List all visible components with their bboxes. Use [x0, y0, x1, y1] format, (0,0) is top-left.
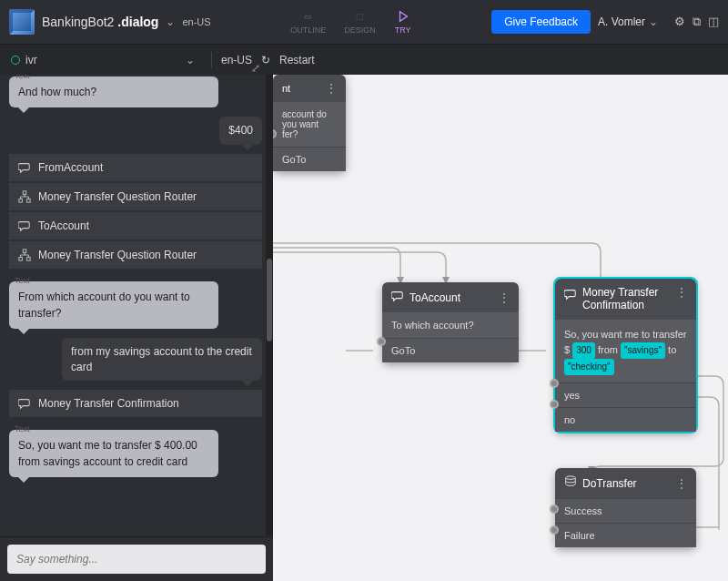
node-header[interactable]: DoTransfer ⋮ — [555, 468, 696, 498]
step-item[interactable]: Money Transfer Question Router — [9, 183, 262, 210]
node-body: account do you want fer? — [273, 102, 346, 147]
confirm-mid: from — [595, 344, 621, 355]
locale-label[interactable]: en-US — [182, 16, 210, 27]
top-bar: BankingBot2 .dialog ⌄ en-US ▭ OUTLINE ⬚ … — [0, 0, 728, 44]
node-row-success[interactable]: Success — [555, 498, 696, 523]
router-icon — [18, 249, 31, 261]
svg-rect-0 — [23, 191, 26, 195]
bot-message: Text So, you want me to transfer $ 400.0… — [9, 430, 218, 477]
project-ext: .dialog — [117, 15, 158, 29]
svg-rect-4 — [19, 257, 23, 260]
user-text: from my savings account to the credit ca… — [71, 345, 252, 373]
bot-message: Text And how much? — [9, 76, 218, 107]
bot-text: From which account do you want to transf… — [18, 290, 190, 320]
scrollbar[interactable] — [266, 75, 273, 535]
bot-message: Text From which account do you want to t… — [9, 281, 218, 329]
outline-icon: ▭ — [299, 9, 318, 24]
user-name: A. Vomler — [598, 15, 645, 28]
confirm-amount: 300 — [572, 342, 595, 359]
node-row-goto[interactable]: GoTo — [382, 338, 519, 362]
node-toaccount[interactable]: ToAccount ⋮ To which account? GoTo — [382, 282, 519, 362]
refresh-icon[interactable]: ↻ — [261, 54, 270, 66]
node-title: nt — [282, 83, 290, 94]
tab-design-label: DESIGN — [344, 25, 376, 35]
chat-scroll[interactable]: Text And how much? $400 FromAccount Mone… — [0, 75, 273, 536]
user-message: $400 — [219, 117, 262, 145]
app-title[interactable]: BankingBot2 .dialog — [42, 15, 158, 29]
step-label: ToAccount — [38, 219, 89, 232]
node-body: To which account? — [382, 312, 519, 338]
svg-point-10 — [566, 476, 576, 480]
node-title: ToAccount — [410, 291, 460, 304]
chevron-down-icon: ⌄ — [649, 15, 658, 28]
node-row-no[interactable]: no — [555, 407, 696, 432]
package-icon[interactable]: ◫ — [708, 15, 719, 29]
question-icon — [18, 219, 31, 232]
more-icon[interactable]: ⋮ — [326, 82, 337, 95]
port-in[interactable] — [377, 337, 386, 346]
node-row-failure[interactable]: Failure — [555, 523, 696, 547]
more-icon[interactable]: ⋮ — [499, 291, 510, 304]
tab-design[interactable]: ⬚ DESIGN — [344, 9, 376, 35]
svg-rect-2 — [27, 199, 31, 202]
chevron-down-icon: ⌄ — [186, 54, 195, 66]
mode-tabs: ▭ OUTLINE ⬚ DESIGN TRY — [290, 9, 412, 35]
user-text: $400 — [228, 124, 253, 137]
chat-input-row — [0, 536, 273, 581]
tab-outline[interactable]: ▭ OUTLINE — [290, 9, 326, 35]
node-header[interactable]: Money Transfer Confirmation ⋮ — [555, 279, 696, 320]
chevron-down-icon[interactable]: ⌄ — [166, 15, 175, 28]
database-icon — [564, 475, 577, 491]
chat-input[interactable] — [7, 545, 266, 574]
app-logo — [9, 9, 35, 35]
top-icon-group: ⚙ ⧉ ◫ — [674, 15, 719, 29]
play-icon — [394, 9, 412, 24]
node-partial[interactable]: nt ⋮ account do you want fer? GoTo — [273, 75, 346, 171]
gear-icon[interactable]: ⚙ — [674, 15, 685, 29]
user-message: from my savings account to the credit ca… — [62, 338, 262, 382]
tab-try-label: TRY — [395, 25, 411, 35]
svg-rect-5 — [27, 257, 31, 260]
svg-rect-3 — [23, 250, 26, 253]
step-item[interactable]: FromAccount — [9, 154, 262, 181]
message-tag: Text — [15, 75, 30, 83]
expand-icon[interactable]: ⤢ — [251, 62, 260, 75]
node-title: Money Transfer Confirmation — [582, 286, 671, 312]
port-in[interactable] — [550, 505, 559, 514]
design-canvas[interactable]: nt ⋮ account do you want fer? GoTo ToAcc… — [273, 75, 728, 581]
more-icon[interactable]: ⋮ — [676, 286, 687, 299]
port-in[interactable] — [550, 400, 559, 409]
tab-try[interactable]: TRY — [394, 9, 412, 35]
confirm-mid2: to — [665, 344, 676, 355]
sub-bar: ivr ⌄ en-US ↻ Restart — [0, 44, 728, 75]
port-in[interactable] — [550, 525, 559, 535]
step-item[interactable]: Money Transfer Question Router — [9, 241, 262, 269]
step-label: Money Transfer Question Router — [38, 249, 197, 261]
channel-label: ivr — [25, 54, 37, 66]
svg-rect-1 — [19, 199, 23, 202]
channel-select[interactable]: ivr ⌄ — [11, 54, 202, 66]
give-feedback-button[interactable]: Give Feedback — [491, 10, 591, 34]
channel-status-icon — [11, 56, 20, 65]
step-item[interactable]: ToAccount — [9, 212, 262, 240]
design-icon: ⬚ — [350, 9, 369, 24]
step-label: Money Transfer Confirmation — [38, 397, 179, 410]
node-header[interactable]: nt ⋮ — [273, 75, 346, 102]
sub-locale[interactable]: en-US — [221, 54, 252, 66]
node-header[interactable]: ToAccount ⋮ — [382, 282, 519, 312]
node-row-goto[interactable]: GoTo — [273, 147, 346, 171]
question-icon — [18, 397, 31, 410]
copy-icon[interactable]: ⧉ — [693, 15, 701, 29]
node-row-yes[interactable]: yes — [555, 382, 696, 407]
restart-label[interactable]: Restart — [279, 54, 315, 66]
question-icon — [564, 288, 577, 303]
bot-text: So, you want me to transfer $ 400.00 fro… — [18, 439, 197, 468]
step-item[interactable]: Money Transfer Confirmation — [9, 390, 262, 417]
more-icon[interactable]: ⋮ — [676, 477, 687, 490]
message-tag: Text — [15, 423, 30, 436]
node-dotransfer[interactable]: DoTransfer ⋮ Success Failure — [555, 468, 696, 547]
scrollbar-thumb[interactable] — [267, 259, 272, 341]
node-confirm[interactable]: Money Transfer Confirmation ⋮ So, you wa… — [555, 279, 696, 432]
user-menu[interactable]: A. Vomler ⌄ — [598, 15, 658, 28]
port-in[interactable] — [550, 379, 559, 388]
